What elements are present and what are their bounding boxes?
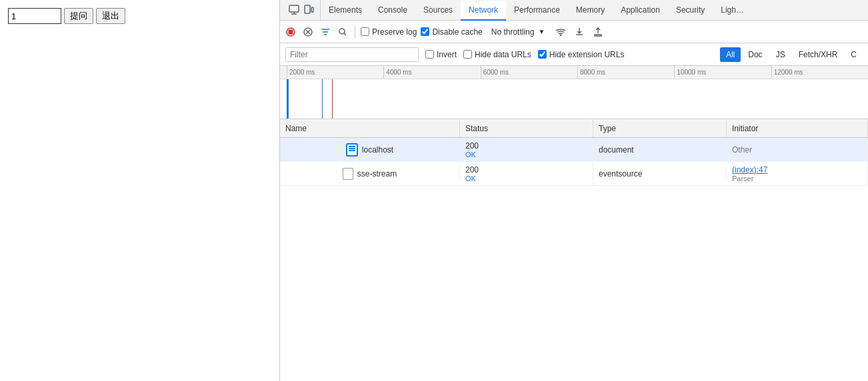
type-value-sse-stream: eventsource — [599, 169, 721, 179]
tab-sources[interactable]: Sources — [415, 1, 461, 21]
row-name-localhost: localhost — [362, 145, 393, 155]
filter-input[interactable] — [285, 47, 419, 62]
inspect-icon[interactable] — [288, 4, 300, 16]
timeline-area[interactable]: 2000 ms 4000 ms 6000 ms 8000 ms 10000 ms… — [280, 66, 868, 119]
network-table-header: Name Status Type Initiator — [280, 119, 868, 138]
disable-cache-label[interactable]: Disable cache — [432, 27, 482, 37]
filter-type-buttons: All Doc JS Fetch/XHR C — [720, 47, 863, 62]
filter-toggle-button[interactable] — [319, 25, 332, 39]
invert-label[interactable]: Invert — [437, 50, 457, 59]
status-text-localhost: OK — [465, 151, 587, 159]
filter-bar: Invert Hide data URLs Hide extension URL… — [280, 43, 868, 66]
table-row[interactable]: sse-stream 200 OK eventsource (index):47… — [280, 162, 868, 186]
online-status-icon[interactable] — [553, 25, 568, 39]
svg-rect-1 — [305, 5, 310, 13]
tab-network[interactable]: Network — [461, 1, 506, 21]
hide-extension-urls-group: Hide extension URLs — [538, 50, 625, 59]
import-button[interactable] — [572, 25, 587, 39]
status-code-localhost: 200 — [465, 141, 587, 151]
throttle-arrow-icon: ▼ — [538, 28, 545, 35]
network-toolbar: Preserve log Disable cache No throttling… — [280, 21, 868, 43]
name-column-header[interactable]: Name — [280, 119, 460, 137]
filter-js-button[interactable]: JS — [770, 47, 791, 62]
tick-12000: 12000 ms — [771, 66, 868, 79]
export-button[interactable] — [591, 25, 605, 39]
timeline-load-line — [332, 79, 333, 119]
disable-cache-group: Disable cache — [421, 27, 482, 37]
record-stop-button[interactable] — [284, 25, 297, 39]
svg-point-7 — [561, 35, 561, 35]
status-code-sse-stream: 200 — [465, 165, 587, 175]
type-column-header[interactable]: Type — [593, 119, 727, 137]
tab-console[interactable]: Console — [370, 1, 415, 21]
disable-cache-checkbox[interactable] — [421, 27, 429, 36]
tab-elements[interactable]: Elements — [321, 1, 370, 21]
invert-checkbox[interactable] — [425, 50, 434, 59]
filter-doc-button[interactable]: Doc — [742, 47, 768, 62]
generic-file-icon — [343, 168, 353, 180]
tab-memory[interactable]: Memory — [568, 1, 613, 21]
network-table: Name Status Type Initiator localhost 200… — [280, 119, 868, 381]
type-cell-sse-stream: eventsource — [593, 167, 727, 181]
tab-security[interactable]: Security — [668, 1, 713, 21]
initiator-column-header[interactable]: Initiator — [727, 119, 868, 137]
input-row: 提问 退出 — [8, 8, 125, 24]
tick-10000: 10000 ms — [674, 66, 771, 79]
doc-file-icon — [346, 143, 358, 157]
left-panel: 提问 退出 — [0, 0, 280, 381]
initiator-link-sse-stream[interactable]: (index):47 — [732, 165, 862, 175]
tab-performance[interactable]: Performance — [506, 1, 568, 21]
name-cell-localhost: localhost — [280, 141, 460, 159]
status-column-header[interactable]: Status — [460, 119, 593, 137]
tick-8000: 8000 ms — [577, 66, 674, 79]
throttle-label: No throttling — [491, 27, 535, 37]
tab-application[interactable]: Application — [613, 1, 668, 21]
filter-all-button[interactable]: All — [720, 47, 741, 62]
search-button[interactable] — [336, 25, 349, 39]
type-cell-localhost: document — [593, 143, 727, 157]
tick-6000: 6000 ms — [481, 66, 577, 79]
clear-button[interactable] — [301, 25, 315, 39]
row-name-sse-stream: sse-stream — [357, 169, 397, 179]
status-cell-localhost: 200 OK — [460, 139, 593, 161]
tab-lighthouse[interactable]: Ligh… — [713, 1, 752, 21]
hide-extension-urls-checkbox[interactable] — [538, 50, 547, 59]
filter-fetch-xhr-button[interactable]: Fetch/XHR — [793, 47, 844, 62]
initiator-sub-sse-stream: Parser — [732, 175, 862, 183]
timeline-blue-bar — [287, 79, 289, 119]
initiator-cell-sse-stream: (index):47 Parser — [727, 163, 868, 185]
hide-data-urls-checkbox[interactable] — [463, 50, 472, 59]
svg-point-6 — [339, 29, 345, 34]
timeline-dom-content-loaded-line — [322, 79, 323, 119]
timeline-ruler: 2000 ms 4000 ms 6000 ms 8000 ms 10000 ms… — [280, 66, 868, 79]
preserve-log-checkbox[interactable] — [361, 27, 369, 36]
initiator-cell-localhost: Other — [727, 143, 868, 157]
type-value-localhost: document — [599, 145, 721, 155]
svg-rect-2 — [311, 7, 313, 12]
toolbar-separator-1 — [355, 25, 355, 39]
device-toolbar-icon[interactable] — [303, 4, 315, 16]
devtools-panel: Elements Console Sources Network Perform… — [280, 0, 868, 381]
tab-bar-icons — [283, 0, 321, 20]
status-text-sse-stream: OK — [465, 175, 587, 183]
name-cell-sse-stream: sse-stream — [280, 165, 460, 183]
filter-c-button[interactable]: C — [845, 47, 863, 62]
preserve-log-group: Preserve log — [361, 27, 417, 37]
exit-button[interactable]: 退出 — [96, 8, 125, 24]
svg-rect-0 — [289, 5, 299, 12]
question-input[interactable] — [8, 8, 61, 24]
timeline-content — [280, 79, 868, 119]
initiator-value-localhost: Other — [732, 145, 862, 155]
hide-extension-urls-label[interactable]: Hide extension URLs — [549, 50, 625, 59]
tick-2000: 2000 ms — [287, 66, 383, 79]
preserve-log-label[interactable]: Preserve log — [372, 27, 417, 37]
tab-bar: Elements Console Sources Network Perform… — [280, 0, 868, 21]
hide-data-urls-group: Hide data URLs — [463, 50, 531, 59]
throttle-selector[interactable]: No throttling ▼ — [487, 25, 550, 39]
svg-rect-4 — [289, 29, 293, 34]
invert-group: Invert — [425, 50, 457, 59]
status-cell-sse-stream: 200 OK — [460, 163, 593, 185]
ask-button[interactable]: 提问 — [64, 8, 93, 24]
hide-data-urls-label[interactable]: Hide data URLs — [475, 50, 531, 59]
table-row[interactable]: localhost 200 OK document Other — [280, 138, 868, 162]
